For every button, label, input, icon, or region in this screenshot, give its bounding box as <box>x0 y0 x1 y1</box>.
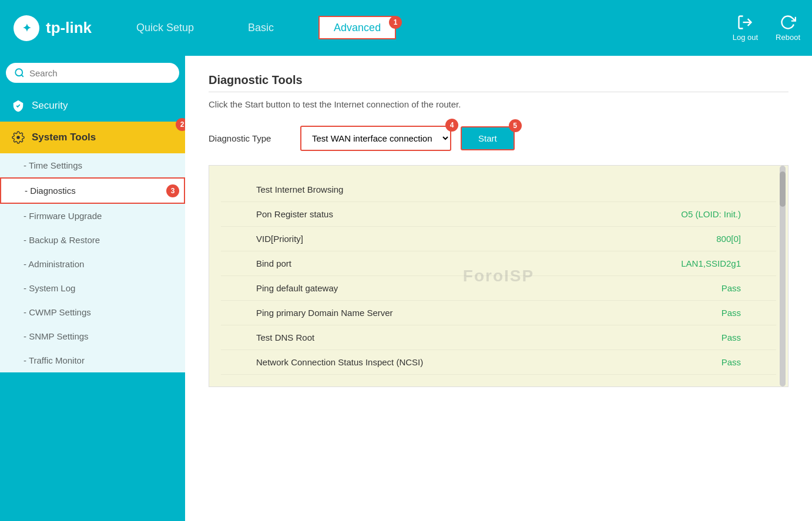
content-area: Diagnostic Tools Click the Start button … <box>185 56 812 521</box>
result-label: Ping primary Domain Name Server <box>256 308 393 318</box>
main-area: Security System Tools 2 - Time Settings … <box>0 56 812 521</box>
start-button[interactable]: Start <box>461 126 515 150</box>
nav-links: Quick Setup Basic Advanced 1 <box>127 17 733 39</box>
result-label: Pon Register status <box>256 209 333 219</box>
result-value: LAN1,SSID2g1 <box>681 258 741 268</box>
svg-text:✦: ✦ <box>22 22 31 34</box>
sub-item-snmp-settings[interactable]: - SNMP Settings <box>0 324 185 348</box>
svg-line-4 <box>21 75 23 76</box>
select-wrap: Test WAN interface connection Test Inter… <box>300 126 451 151</box>
sub-item-time-settings[interactable]: - Time Settings <box>0 153 185 177</box>
sub-menu: - Time Settings - Diagnostics 3 - Firmwa… <box>0 153 185 372</box>
result-value: Pass <box>722 308 741 318</box>
svg-point-5 <box>16 136 20 139</box>
logout-icon <box>737 14 753 31</box>
nav-quick-setup[interactable]: Quick Setup <box>127 17 203 39</box>
system-tools-badge: 2 <box>176 118 185 131</box>
sidebar-item-system-tools-label: System Tools <box>32 132 96 143</box>
nav-advanced[interactable]: Advanced <box>318 16 396 39</box>
nav-right-actions: Log out Reboot <box>733 14 800 42</box>
diagnostics-badge: 3 <box>166 184 179 197</box>
scrollbar-thumb <box>780 172 786 207</box>
result-value: 800[0] <box>716 234 741 244</box>
sidebar-item-system-tools[interactable]: System Tools 2 <box>0 122 185 153</box>
start-badge: 5 <box>509 119 522 132</box>
result-row: Pon Register status O5 (LOID: Init.) <box>221 202 776 227</box>
logout-action[interactable]: Log out <box>733 14 758 42</box>
results-area: ForoISP Test Internet Browsing Pon Regis… <box>209 165 788 387</box>
reboot-label: Reboot <box>776 33 800 42</box>
nav-basic[interactable]: Basic <box>239 17 283 39</box>
result-label: Test DNS Root <box>256 332 314 342</box>
result-row: Bind port LAN1,SSID2g1 <box>221 251 776 276</box>
result-row: Ping primary Domain Name Server Pass <box>221 301 776 325</box>
search-icon <box>14 68 25 78</box>
reboot-action[interactable]: Reboot <box>776 14 800 42</box>
nav-advanced-badge: 1 <box>389 16 402 29</box>
diagnostic-form-row: Diagnostic Type Test WAN interface conne… <box>209 126 788 151</box>
sidebar: Security System Tools 2 - Time Settings … <box>0 56 185 521</box>
diagnostic-type-label: Diagnostic Type <box>209 133 291 143</box>
search-box[interactable] <box>6 63 179 83</box>
result-label: Bind port <box>256 258 291 268</box>
scrollbar[interactable] <box>780 166 786 386</box>
result-row: Test DNS Root Pass <box>221 325 776 350</box>
sub-item-cwmp-settings[interactable]: - CWMP Settings <box>0 300 185 324</box>
result-value: Pass <box>722 357 741 367</box>
result-row: VID[Priority] 800[0] <box>221 227 776 251</box>
page-title: Diagnostic Tools <box>209 73 788 92</box>
result-label: VID[Priority] <box>256 234 303 244</box>
gear-icon <box>12 131 25 144</box>
select-badge: 4 <box>445 119 458 132</box>
result-label: Ping default gateway <box>256 283 338 293</box>
result-row: Network Connection Status Inspect (NCSI)… <box>221 350 776 375</box>
result-row: Test Internet Browsing <box>221 177 776 202</box>
sub-item-diagnostics[interactable]: - Diagnostics 3 <box>0 177 185 204</box>
results-container: Test Internet Browsing Pon Register stat… <box>221 177 776 375</box>
tp-link-logo-icon: ✦ <box>12 14 41 43</box>
sidebar-item-security[interactable]: Security <box>0 90 185 122</box>
result-label: Test Internet Browsing <box>256 184 343 194</box>
result-value: O5 (LOID: Init.) <box>681 209 741 219</box>
reboot-icon <box>780 14 796 31</box>
sub-item-system-log[interactable]: - System Log <box>0 276 185 300</box>
result-label: Network Connection Status Inspect (NCSI) <box>256 357 423 367</box>
shield-icon <box>12 99 25 112</box>
logo-area: ✦ tp-link <box>12 14 92 43</box>
sub-item-administration[interactable]: - Administration <box>0 252 185 276</box>
svg-point-3 <box>15 69 22 76</box>
sub-item-traffic-monitor[interactable]: - Traffic Monitor <box>0 348 185 372</box>
result-row: Ping default gateway Pass <box>221 276 776 301</box>
start-btn-wrap: Start 5 <box>461 126 515 150</box>
logout-label: Log out <box>733 33 758 42</box>
logo-text: tp-link <box>46 19 92 37</box>
result-value: Pass <box>722 283 741 293</box>
page-description: Click the Start button to test the Inter… <box>209 99 788 109</box>
sub-item-firmware-upgrade[interactable]: - Firmware Upgrade <box>0 204 185 228</box>
sidebar-item-security-label: Security <box>32 100 68 112</box>
sub-item-backup-restore[interactable]: - Backup & Restore <box>0 228 185 252</box>
result-value: Pass <box>722 332 741 342</box>
top-navigation: ✦ tp-link Quick Setup Basic Advanced 1 L… <box>0 0 812 56</box>
search-input[interactable] <box>29 68 171 78</box>
nav-advanced-wrap: Advanced 1 <box>318 22 396 34</box>
diagnostic-type-select[interactable]: Test WAN interface connection Test Inter… <box>300 126 451 151</box>
